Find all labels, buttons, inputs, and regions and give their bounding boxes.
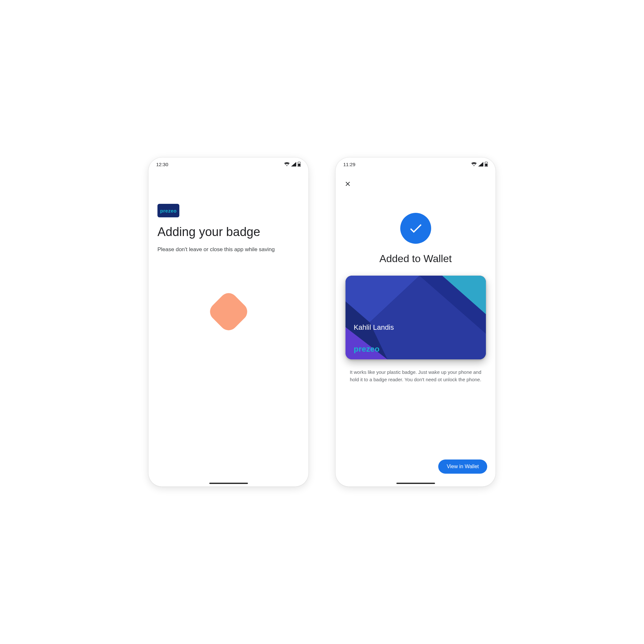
check-icon xyxy=(408,221,423,236)
status-bar: 12:30 xyxy=(148,157,308,171)
wifi-icon xyxy=(284,162,290,166)
page-title: Added to Wallet xyxy=(345,253,487,265)
page-title: Adding your badge xyxy=(157,225,299,239)
status-time: 11:29 xyxy=(343,162,355,167)
brand-label: prezeo xyxy=(160,208,176,213)
close-button[interactable] xyxy=(341,177,354,190)
phone-screen-adding: 12:30 prezeo Adding your badge Please do… xyxy=(148,157,308,487)
phone-screen-added: 11:29 Added to Wallet xyxy=(336,157,496,487)
signal-icon xyxy=(291,162,296,166)
svg-rect-0 xyxy=(298,164,300,166)
battery-icon xyxy=(485,162,488,167)
status-time: 12:30 xyxy=(156,162,168,167)
loading-spinner-icon xyxy=(206,289,251,334)
status-bar: 11:29 xyxy=(336,157,496,171)
svg-rect-1 xyxy=(485,164,488,166)
status-icons-group xyxy=(471,162,488,167)
card-holder-name: Kahlil Landis xyxy=(354,323,394,332)
nav-handle xyxy=(209,483,248,484)
wifi-icon xyxy=(471,162,477,166)
status-icons-group xyxy=(284,162,301,167)
description-text: It works like your plastic badge. Just w… xyxy=(348,368,483,384)
signal-icon xyxy=(478,162,483,166)
nav-handle xyxy=(396,483,435,484)
close-icon xyxy=(344,180,351,187)
wallet-card: Kahlil Landis prezeo xyxy=(346,276,486,359)
card-brand-label: prezeo xyxy=(354,345,380,354)
battery-icon xyxy=(298,162,301,167)
view-in-wallet-button[interactable]: View in Wallet xyxy=(438,459,487,474)
brand-badge: prezeo xyxy=(157,204,179,217)
success-badge xyxy=(400,213,431,244)
page-subtitle: Please don't leave or close this app whi… xyxy=(157,246,299,253)
